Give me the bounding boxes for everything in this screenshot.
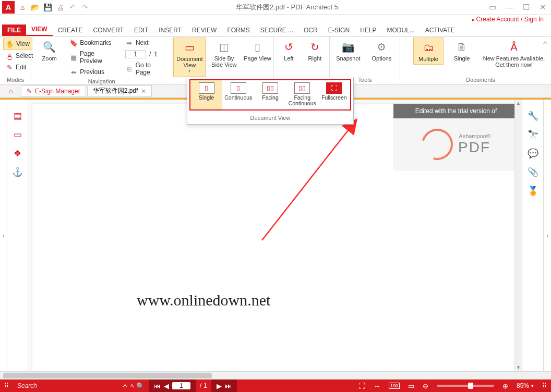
next-page-icon[interactable]: ▶ <box>217 382 222 390</box>
tab-help[interactable]: HELP <box>355 24 381 36</box>
close-icon[interactable]: ✕ <box>534 0 551 15</box>
single-label: Single <box>454 55 470 62</box>
collapse-ribbon-icon[interactable]: ㅅ <box>542 39 548 46</box>
mode-view-label: View <box>16 40 30 47</box>
docview-facing[interactable]: ▯▯Facing <box>254 80 286 109</box>
rotate-left-button[interactable]: ↺Left <box>277 38 300 64</box>
last-page-icon[interactable]: ⏭ <box>225 382 232 390</box>
next-button[interactable]: ➡Next <box>123 38 169 48</box>
anchor-icon[interactable]: ⚓ <box>12 166 23 178</box>
fitpage-icon[interactable]: ▭ <box>408 382 414 390</box>
rotate-right-icon: ↻ <box>307 40 322 54</box>
redo-icon[interactable]: ↷ <box>80 3 90 12</box>
thumbnails-icon[interactable]: ▤ <box>12 110 23 121</box>
collapse-right-icon[interactable]: › <box>544 100 551 371</box>
tab-file[interactable]: FILE <box>2 24 26 36</box>
zoom-in-icon[interactable]: ⊕ <box>502 382 508 390</box>
docview-fullscreen[interactable]: ⛶Fullscreen <box>318 80 350 109</box>
mode-view-button[interactable]: ✋View <box>3 38 32 50</box>
tab-esign[interactable]: E-SIGN <box>323 24 355 36</box>
single-doc-button[interactable]: 🗎Single <box>447 38 477 64</box>
tab-view[interactable]: VIEW <box>26 23 53 36</box>
goto-page-button[interactable]: ⎘Go to Page <box>123 60 169 77</box>
print-icon[interactable]: 🖨 <box>55 3 65 12</box>
tab-insert[interactable]: INSERT <box>153 24 187 36</box>
tab-ocr[interactable]: OCR <box>298 24 323 36</box>
document-view-button[interactable]: ▭ Document View ▾ <box>173 38 206 77</box>
zoom-out-icon[interactable]: ⊖ <box>423 382 428 390</box>
vertical-scrollbar[interactable] <box>514 100 522 371</box>
doctab-close-icon[interactable]: ✕ <box>141 88 146 95</box>
multiple-docs-button[interactable]: 🗂Multiple <box>413 38 444 65</box>
zoom-value[interactable]: 85% <box>517 382 529 389</box>
tab-convert[interactable]: CONVERT <box>88 24 128 36</box>
fullscreen-status-icon[interactable]: ⛶ <box>358 382 365 390</box>
snapshot-button[interactable]: 📷Snapshot <box>333 38 363 64</box>
tab-edit[interactable]: EDIT <box>129 24 153 36</box>
page-preview-button[interactable]: ▦Page Preview <box>67 49 120 66</box>
search-go-icon[interactable]: 🔍 <box>136 382 145 390</box>
fit100-icon[interactable]: 100 <box>389 383 400 389</box>
maximize-icon[interactable]: ☐ <box>518 0 534 15</box>
page-input[interactable] <box>125 50 146 58</box>
page-canvas[interactable]: Edited with the trial version of Ashampo… <box>32 104 519 371</box>
bookmarks-label: Bookmarks <box>80 39 111 46</box>
search-next-icon[interactable]: ﾍ <box>130 382 134 390</box>
prev-page-icon[interactable]: ◀ <box>164 382 169 390</box>
bookmarks-button[interactable]: 🔖Bookmarks <box>67 38 120 48</box>
first-page-icon[interactable]: ⏮ <box>154 382 161 390</box>
resize-grip-icon[interactable]: ⠿ <box>538 382 551 389</box>
next-icon: ➡ <box>125 39 134 47</box>
tab-create[interactable]: CREATE <box>53 24 88 36</box>
doctab-doc-label: 华军软件园2.pdf <box>93 87 138 95</box>
tab-modules[interactable]: MODUL... <box>381 24 420 36</box>
attachment-icon[interactable]: 📎 <box>528 166 539 178</box>
options-button[interactable]: ⚙Options <box>366 38 397 64</box>
home-icon[interactable]: ⌂ <box>18 3 27 12</box>
rotate-right-button[interactable]: ↻Right <box>303 38 326 64</box>
tab-secure[interactable]: SECURE ... <box>255 24 298 36</box>
fitwidth-icon[interactable]: ↔ <box>374 382 380 390</box>
sidebyside-label: Side By Side View <box>210 55 238 68</box>
tab-forms[interactable]: FORMS <box>222 24 255 36</box>
search-input[interactable] <box>17 382 101 389</box>
tools-icon[interactable]: 🔧 <box>528 110 539 121</box>
account-link[interactable]: Create Account / Sign In <box>472 16 544 24</box>
compact-icon[interactable]: ▭ <box>484 0 501 15</box>
docview-continuous[interactable]: ▯Continuous <box>222 80 254 109</box>
page-view-button[interactable]: ▯Page View <box>242 38 272 64</box>
next-label: Next <box>136 39 149 46</box>
page-total: 1 <box>154 51 158 58</box>
group-modes: Modes <box>3 76 28 83</box>
minimize-icon[interactable]: — <box>501 0 518 15</box>
mode-edit-button[interactable]: ✎Edit <box>3 62 29 73</box>
newfeat-label: New Features Available. Get them now! <box>481 55 547 68</box>
doctab-document[interactable]: 华军软件园2.pdf ✕ <box>87 85 152 97</box>
undo-icon[interactable]: ↶ <box>68 3 77 12</box>
zoom-menu-icon[interactable]: ▾ <box>531 383 534 388</box>
search-prev-icon[interactable]: ㅅ <box>122 381 128 390</box>
tab-activate[interactable]: ACTIVATE <box>420 24 460 36</box>
page-sep: / <box>149 51 151 58</box>
zoom-slider[interactable] <box>437 385 494 387</box>
mode-select-button[interactable]: A̲Select <box>3 50 35 62</box>
previous-button[interactable]: ⬅Previous <box>67 67 120 77</box>
tab-review[interactable]: REVIEW <box>187 24 222 36</box>
doctab-home-icon[interactable]: ⌂ <box>4 86 18 96</box>
collapse-left-icon[interactable]: ‹ <box>0 100 7 371</box>
docview-facing-continuous[interactable]: ▯▯Facing Continuous <box>286 80 318 109</box>
doctab-esign-label: E-Sign Manager <box>35 88 80 95</box>
open-icon[interactable]: 📂 <box>30 3 40 12</box>
side-by-side-button[interactable]: ◫Side By Side View <box>209 38 239 70</box>
save-icon[interactable]: 💾 <box>43 3 52 12</box>
bookmarks-side-icon[interactable]: ▭ <box>12 129 23 140</box>
stamp-icon[interactable]: 🏅 <box>528 185 539 197</box>
binoculars-icon[interactable]: 🔭 <box>528 129 539 140</box>
layers-icon[interactable]: ❖ <box>12 148 23 159</box>
docview-single[interactable]: ▯Single <box>190 80 222 109</box>
horizontal-scrollbar[interactable] <box>0 371 551 379</box>
zoom-button[interactable]: 🔍Zoom <box>34 38 64 64</box>
new-features-button[interactable]: ÅNew Features Available. Get them now! <box>480 38 548 70</box>
comment-icon[interactable]: 💬 <box>528 148 539 159</box>
doctab-esign[interactable]: ✎ E-Sign Manager <box>21 85 86 97</box>
